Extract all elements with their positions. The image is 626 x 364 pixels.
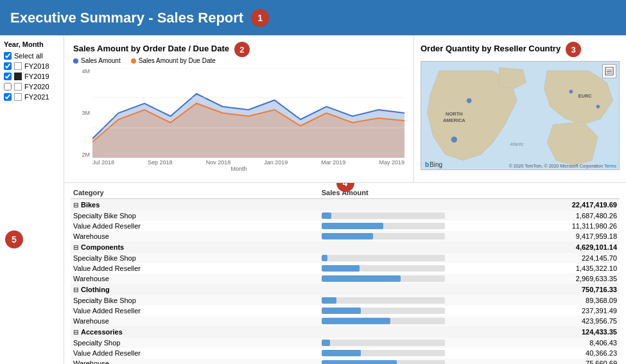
fy2018-checkbox[interactable]: [4, 62, 12, 70]
badge-5: 5: [5, 230, 23, 248]
sidebar-filter-title: Year, Month: [4, 40, 60, 48]
bar-cell: [319, 199, 448, 211]
amount-cell: 124,433.35: [448, 326, 620, 338]
legend-sales-amount: Sales Amount: [73, 57, 121, 64]
svg-text:b: b: [425, 161, 429, 168]
table-sub-row: Value Added Reseller 11,311,980.26: [71, 221, 620, 231]
map-svg: NORTH AMERICA EURC Atlantic: [421, 62, 619, 169]
bar-fill: [322, 275, 401, 282]
badge-3: 3: [566, 42, 581, 57]
filter-fy2018[interactable]: FY2018: [4, 61, 60, 71]
amount-cell: 2,969,633.35: [448, 273, 620, 284]
bar-fill: [322, 308, 361, 314]
fy2021-label: FY2021: [24, 93, 49, 101]
badge-1: 1: [251, 9, 269, 27]
filter-select-all[interactable]: Select all: [4, 51, 60, 61]
bar-cell: [319, 253, 448, 263]
table-sub-row: Specialty Bike Shop 224,145.70: [71, 253, 620, 263]
y-label-3m: 3M: [73, 110, 90, 116]
fy2019-checkbox[interactable]: [4, 73, 12, 80]
expand-icon[interactable]: ⊟: [73, 244, 78, 251]
sub-label: Warehouse: [71, 273, 319, 284]
bar-wrap: [322, 360, 445, 364]
table-sub-row: Value Added Reseller 237,391.49: [71, 306, 620, 316]
expand-icon[interactable]: ⊟: [73, 202, 78, 209]
sub-label: Warehouse: [71, 231, 319, 241]
sub-label: Specialty Bike Shop: [71, 295, 319, 306]
terms-link[interactable]: Terms: [604, 164, 616, 168]
bar-cell: [319, 306, 448, 316]
filter-fy2020[interactable]: FY2020: [4, 82, 60, 92]
x-axis: Jul 2018 Sep 2018 Nov 2018 Jan 2019 Mar …: [73, 159, 404, 166]
table-category-row: ⊟Bikes 22,417,419.69: [71, 199, 620, 211]
sub-label: Value Added Reseller: [71, 306, 319, 316]
fy2019-label: FY2019: [24, 73, 49, 80]
bar-cell: [319, 358, 448, 364]
bar-wrap: [322, 350, 445, 356]
copyright-text: © 2020 TomTom, © 2020 Microsoft Corporat…: [509, 164, 603, 168]
amount-cell: 11,311,980.26: [448, 221, 620, 231]
map-layers-button[interactable]: [602, 64, 616, 78]
table-sub-row: Warehouse 75,660.69: [71, 358, 620, 364]
legend-dot-sales: [73, 58, 78, 64]
select-all-checkbox[interactable]: [4, 52, 12, 60]
sub-label: Warehouse: [71, 358, 319, 364]
bar-fill: [322, 212, 331, 219]
x-label-2: Sep 2018: [148, 159, 173, 166]
amount-cell: 89,368.09: [448, 295, 620, 306]
line-chart-panel: Sales Amount by Order Date / Due Date 2 …: [64, 35, 414, 182]
fy2018-swatch: [14, 62, 22, 70]
chart-legend: Sales Amount Sales Amount by Due Date: [73, 57, 404, 64]
legend-dot-due: [131, 58, 136, 64]
bar-fill: [322, 223, 383, 229]
bar-wrap: [322, 275, 445, 282]
category-label: ⊟Components: [71, 241, 319, 253]
x-label-6: May 2019: [379, 159, 404, 166]
sub-label: Value Added Reseller: [71, 221, 319, 231]
bar-fill: [322, 255, 328, 261]
svg-text:Bing: Bing: [430, 161, 442, 168]
bar-wrap: [322, 318, 445, 324]
bar-cell: [319, 241, 448, 253]
table-sub-row: Value Added Reseller 1,435,322.10: [71, 263, 620, 273]
bar-wrap: [322, 233, 445, 239]
amount-cell: 224,145.70: [448, 253, 620, 263]
bar-fill: [322, 233, 374, 239]
fy2020-checkbox[interactable]: [4, 83, 12, 91]
amount-cell: 237,391.49: [448, 306, 620, 316]
sub-label: Value Added Reseller: [71, 263, 319, 273]
line-chart-title: Sales Amount by Order Date / Due Date: [73, 44, 229, 53]
x-axis-title: Month: [73, 166, 404, 172]
x-label-4: Jan 2019: [264, 159, 288, 166]
x-label-3: Nov 2018: [206, 159, 231, 166]
sales-table: Category Sales Amount ⊟Bikes 22,417,419.…: [71, 187, 620, 364]
sub-label: Specialty Bike Shop: [71, 253, 319, 263]
badge-2: 2: [234, 42, 250, 57]
expand-icon[interactable]: ⊟: [73, 286, 78, 293]
bar-cell: [319, 284, 448, 295]
bing-logo: b Bing: [425, 160, 444, 168]
chart-area: 4M 3M 2M: [73, 68, 404, 168]
bar-fill: [322, 318, 391, 324]
col-amount: [448, 187, 620, 199]
page-header: Executive Summary - Sales Report 1: [0, 0, 626, 35]
table-sub-row: Specialty Bike Shop 89,368.09: [71, 295, 620, 306]
fy2021-checkbox[interactable]: [4, 93, 12, 101]
category-label: ⊟Bikes: [71, 199, 319, 211]
amount-cell: 750,716.33: [448, 284, 620, 295]
bar-wrap: [322, 340, 445, 346]
fy2021-swatch: [14, 93, 22, 101]
table-category-row: ⊟Components 4,629,101.14: [71, 241, 620, 253]
bar-cell: [319, 326, 448, 338]
svg-point-17: [569, 90, 573, 94]
right-area: Sales Amount by Order Date / Due Date 2 …: [64, 35, 626, 364]
table-sub-row: Specialty Shop 8,406.43: [71, 338, 620, 348]
filter-fy2021[interactable]: FY2021: [4, 92, 60, 102]
amount-cell: 423,956.75: [448, 316, 620, 326]
bar-cell: [319, 273, 448, 284]
table-area: 4 Category Sales Amount ⊟Bikes 22,417,41…: [64, 183, 626, 364]
filter-fy2019[interactable]: FY2019: [4, 71, 60, 82]
x-label-1: Jul 2018: [92, 159, 114, 166]
expand-icon[interactable]: ⊟: [73, 329, 78, 336]
table-sub-row: Warehouse 2,969,633.35: [71, 273, 620, 284]
